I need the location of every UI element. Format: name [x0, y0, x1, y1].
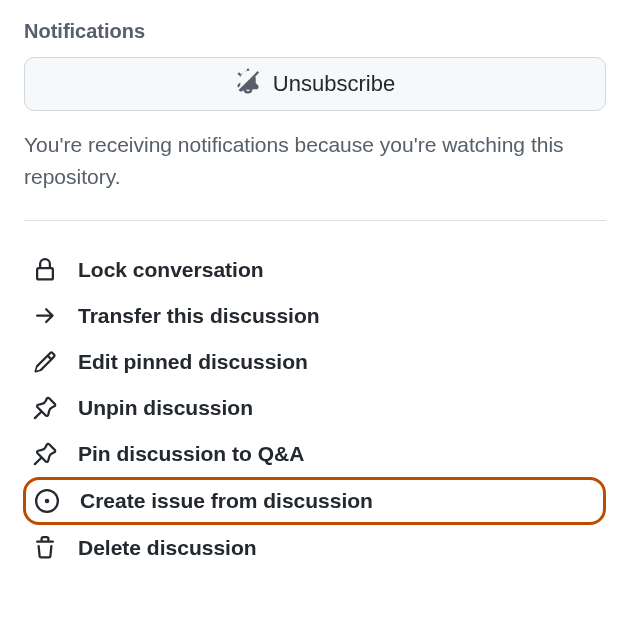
create-issue-action[interactable]: Create issue from discussion — [23, 477, 606, 525]
notification-note: You're receiving notifications because y… — [24, 129, 606, 192]
edit-pinned-label: Edit pinned discussion — [78, 350, 308, 374]
delete-label: Delete discussion — [78, 536, 257, 560]
notifications-title: Notifications — [24, 20, 606, 43]
bell-slash-icon — [235, 68, 261, 100]
issue-opened-icon — [34, 488, 60, 514]
pin-qa-label: Pin discussion to Q&A — [78, 442, 304, 466]
unpin-discussion-action[interactable]: Unpin discussion — [24, 385, 606, 431]
create-issue-label: Create issue from discussion — [80, 489, 373, 513]
pencil-icon — [32, 349, 58, 375]
action-list: Lock conversation Transfer this discussi… — [24, 247, 606, 571]
unpin-label: Unpin discussion — [78, 396, 253, 420]
transfer-discussion-action[interactable]: Transfer this discussion — [24, 293, 606, 339]
trash-icon — [32, 535, 58, 561]
arrow-right-icon — [32, 303, 58, 329]
pin-qa-action[interactable]: Pin discussion to Q&A — [24, 431, 606, 477]
pin-icon — [32, 395, 58, 421]
unsubscribe-label: Unsubscribe — [273, 71, 395, 97]
edit-pinned-action[interactable]: Edit pinned discussion — [24, 339, 606, 385]
delete-discussion-action[interactable]: Delete discussion — [24, 525, 606, 571]
divider — [24, 220, 606, 221]
lock-icon — [32, 257, 58, 283]
pin-icon — [32, 441, 58, 467]
lock-label: Lock conversation — [78, 258, 264, 282]
unsubscribe-button[interactable]: Unsubscribe — [24, 57, 606, 111]
transfer-label: Transfer this discussion — [78, 304, 320, 328]
lock-conversation-action[interactable]: Lock conversation — [24, 247, 606, 293]
